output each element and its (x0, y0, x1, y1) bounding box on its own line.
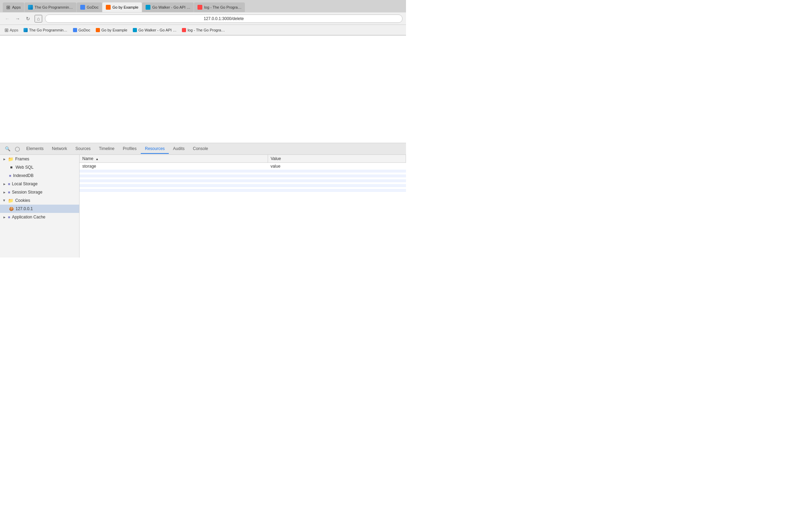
bookmark-favicon-godoc (73, 28, 77, 32)
tab-favicon-go-example (106, 5, 111, 10)
tab-godoc[interactable]: GoDoc (77, 2, 102, 12)
devtools-main-panel: Name ▲ Value storagevalue (80, 155, 406, 258)
tab-resources[interactable]: Resources (141, 144, 169, 154)
sidebar-item-frames[interactable]: ► 📁 Frames (0, 155, 79, 163)
data-table-container[interactable]: Name ▲ Value storagevalue (80, 155, 406, 258)
tab-go-log[interactable]: log - The Go Progra… (194, 2, 245, 12)
indexeddb-label: IndexedDB (13, 173, 34, 178)
cookie-name-cell (80, 189, 268, 192)
table-row[interactable] (80, 177, 406, 180)
devtools-mobile-icon[interactable]: ◯ (12, 144, 22, 154)
app-cache-triangle: ► (3, 215, 6, 219)
table-row[interactable] (80, 182, 406, 185)
col-name-header[interactable]: Name ▲ (80, 155, 268, 163)
tab-elements[interactable]: Elements (22, 144, 48, 154)
local-storage-label: Local Storage (12, 181, 38, 186)
home-button[interactable]: ⌂ (35, 15, 42, 22)
cookie-value-cell: value (268, 163, 406, 170)
frames-folder-icon: 📁 (8, 157, 13, 162)
frames-label: Frames (15, 157, 29, 161)
local-storage-icon: ■ (8, 182, 10, 186)
tab-go-example[interactable]: Go by Example (102, 2, 142, 12)
bookmark-apps[interactable]: ⊞ Apps (3, 27, 20, 34)
frames-triangle: ► (3, 157, 6, 161)
cookie-value-cell (268, 177, 406, 180)
app-cache-icon: ■ (8, 215, 10, 219)
tab-apps[interactable]: ⊞ Apps (3, 2, 24, 12)
cookie-value-cell (268, 189, 406, 192)
col-value-header[interactable]: Value (268, 155, 406, 163)
indexeddb-icon: ■ (9, 174, 11, 178)
sidebar-item-session-storage[interactable]: ► ■ Session Storage (0, 188, 79, 196)
bookmarks-bar: ⊞ Apps The Go Programmin… GoDoc Go by Ex… (0, 25, 406, 35)
sidebar-item-cookies-127[interactable]: 🍪 127.0.0.1 (0, 205, 79, 213)
cookie-value-cell (268, 187, 406, 189)
cookie-name-cell: storage (80, 163, 268, 170)
cookies-label: Cookies (15, 198, 30, 203)
table-row[interactable] (80, 175, 406, 177)
cookie-value-cell (268, 182, 406, 185)
cookie-name-cell (80, 170, 268, 172)
tab-bar: ⊞ Apps The Go Programmin… GoDoc Go by Ex… (0, 0, 406, 12)
tab-go-walker[interactable]: Go Walker - Go API … (142, 2, 194, 12)
bookmark-go-log[interactable]: log - The Go Progra… (180, 27, 227, 33)
tab-go-prog[interactable]: The Go Programmin… (25, 2, 76, 12)
cookie-name-cell (80, 175, 268, 177)
sidebar-item-indexeddb[interactable]: ■ IndexedDB (0, 171, 79, 180)
cookie-name-cell (80, 172, 268, 175)
browser-chrome: ⊞ Apps The Go Programmin… GoDoc Go by Ex… (0, 0, 406, 36)
cookie-name-cell (80, 180, 268, 182)
address-bar: ← → ↻ ⌂ (0, 12, 406, 25)
page-content (0, 36, 406, 143)
tab-favicon-godoc (80, 5, 85, 10)
bookmark-favicon-go-example (96, 28, 100, 32)
bookmark-favicon-go-log (182, 28, 186, 32)
cookie-value-cell (268, 172, 406, 175)
devtools-search-icon[interactable]: 🔍 (3, 144, 12, 154)
forward-button[interactable]: → (14, 15, 21, 22)
web-sql-label: Web SQL (16, 165, 34, 170)
refresh-button[interactable]: ↻ (24, 15, 32, 22)
table-row[interactable] (80, 172, 406, 175)
tab-timeline[interactable]: Timeline (95, 144, 119, 154)
devtools-sidebar: ► 📁 Frames ◾ Web SQL ■ IndexedDB ► ■ Loc… (0, 155, 80, 258)
tab-favicon-go-log (197, 5, 202, 10)
cookies-triangle: ► (2, 199, 6, 202)
table-row[interactable] (80, 180, 406, 182)
session-storage-label: Session Storage (12, 190, 43, 195)
address-input[interactable] (45, 15, 403, 23)
session-storage-icon: ■ (8, 190, 10, 194)
bookmark-go-example[interactable]: Go by Example (94, 27, 129, 33)
sidebar-item-cookies[interactable]: ► 📁 Cookies (0, 196, 79, 205)
tab-audits[interactable]: Audits (169, 144, 188, 154)
cookies-folder-icon: 📁 (8, 198, 13, 203)
back-button[interactable]: ← (3, 15, 11, 22)
devtools-body: ► 📁 Frames ◾ Web SQL ■ IndexedDB ► ■ Loc… (0, 155, 406, 258)
bookmark-go-prog[interactable]: The Go Programmin… (21, 27, 70, 33)
table-row[interactable] (80, 185, 406, 187)
sidebar-item-local-storage[interactable]: ► ■ Local Storage (0, 180, 79, 188)
table-row[interactable] (80, 170, 406, 172)
cookies-table: Name ▲ Value storagevalue (80, 155, 406, 192)
tab-console[interactable]: Console (189, 144, 212, 154)
bookmark-godoc[interactable]: GoDoc (71, 27, 92, 33)
sidebar-item-app-cache[interactable]: ► ■ Application Cache (0, 213, 79, 221)
cookie-name-cell (80, 185, 268, 187)
sidebar-item-web-sql[interactable]: ◾ Web SQL (0, 163, 79, 171)
table-row[interactable] (80, 189, 406, 192)
table-row[interactable]: storagevalue (80, 163, 406, 170)
bookmark-go-walker[interactable]: Go Walker - Go API … (131, 27, 178, 33)
tab-network[interactable]: Network (48, 144, 71, 154)
web-sql-icon: ◾ (9, 165, 14, 170)
cookie-name-cell (80, 182, 268, 185)
cookie-value-cell (268, 170, 406, 172)
cookie-value-cell (268, 180, 406, 182)
cookie-value-cell (268, 175, 406, 177)
tab-profiles[interactable]: Profiles (119, 144, 141, 154)
tab-sources[interactable]: Sources (71, 144, 95, 154)
bookmark-favicon-go-prog (24, 28, 28, 32)
table-row[interactable] (80, 187, 406, 189)
bookmark-apps-label: Apps (10, 28, 18, 32)
tab-favicon-go-walker (146, 5, 150, 10)
cookie-value-cell (268, 185, 406, 187)
